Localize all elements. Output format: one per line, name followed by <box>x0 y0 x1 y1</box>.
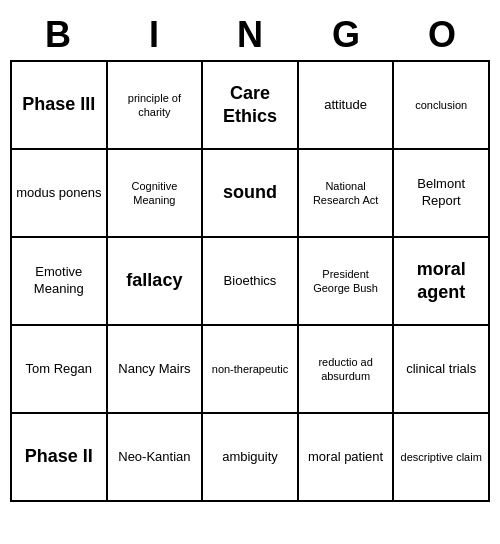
bingo-cell: reductio ad absurdum <box>299 326 395 414</box>
bingo-cell: non-therapeutic <box>203 326 299 414</box>
bingo-cell: modus ponens <box>12 150 108 238</box>
bingo-cell: moral agent <box>394 238 490 326</box>
bingo-cell: Tom Regan <box>12 326 108 414</box>
bingo-header: BINGO <box>10 10 490 60</box>
bingo-cell: Phase III <box>12 62 108 150</box>
bingo-cell: attitude <box>299 62 395 150</box>
bingo-cell: Cognitive Meaning <box>108 150 204 238</box>
bingo-cell: ambiguity <box>203 414 299 502</box>
bingo-header-letter: B <box>10 10 106 60</box>
bingo-cell: Emotive Meaning <box>12 238 108 326</box>
bingo-cell: Bioethics <box>203 238 299 326</box>
bingo-cell: Phase II <box>12 414 108 502</box>
bingo-cell: Neo-Kantian <box>108 414 204 502</box>
bingo-cell: principle of charity <box>108 62 204 150</box>
bingo-cell: sound <box>203 150 299 238</box>
bingo-cell: clinical trials <box>394 326 490 414</box>
bingo-header-letter: G <box>298 10 394 60</box>
bingo-cell: fallacy <box>108 238 204 326</box>
bingo-cell: Nancy Mairs <box>108 326 204 414</box>
bingo-header-letter: O <box>394 10 490 60</box>
bingo-cell: Care Ethics <box>203 62 299 150</box>
bingo-grid: Phase IIIprinciple of charityCare Ethics… <box>10 60 490 502</box>
bingo-cell: moral patient <box>299 414 395 502</box>
bingo-cell: conclusion <box>394 62 490 150</box>
bingo-cell: President George Bush <box>299 238 395 326</box>
bingo-cell: descriptive claim <box>394 414 490 502</box>
bingo-card: BINGO Phase IIIprinciple of charityCare … <box>10 10 490 502</box>
bingo-cell: National Research Act <box>299 150 395 238</box>
bingo-cell: Belmont Report <box>394 150 490 238</box>
bingo-header-letter: I <box>106 10 202 60</box>
bingo-header-letter: N <box>202 10 298 60</box>
